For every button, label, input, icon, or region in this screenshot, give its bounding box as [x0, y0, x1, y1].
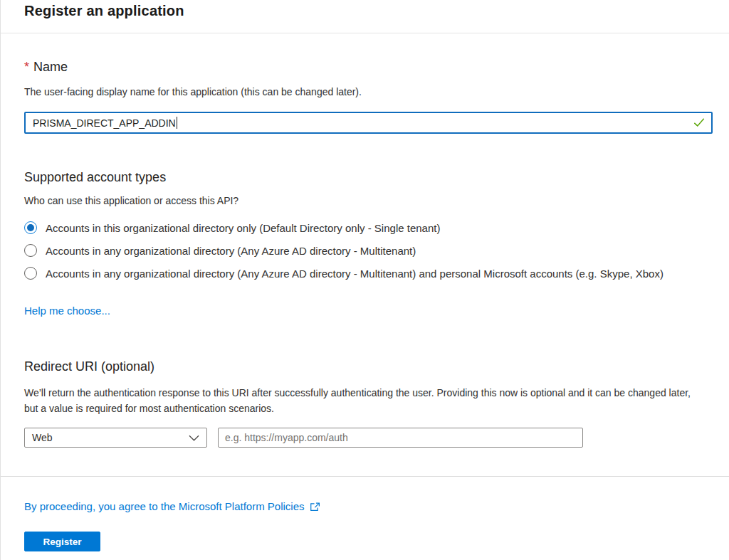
name-description: The user-facing display name for this ap… [24, 86, 362, 97]
page-title: Register an application [24, 3, 184, 19]
required-asterisk: * [24, 60, 29, 74]
help-me-choose-link[interactable]: Help me choose... [24, 305, 110, 317]
radio-circle-icon [24, 267, 37, 280]
chevron-down-icon [189, 435, 199, 441]
policy-line: By proceeding, you agree to the Microsof… [24, 500, 320, 512]
radio-multitenant[interactable]: Accounts in any organizational directory… [24, 244, 416, 257]
redirect-uri-heading: Redirect URI (optional) [24, 359, 154, 374]
blade-header: Register an application [1, 0, 729, 33]
radio-multitenant-personal[interactable]: Accounts in any organizational directory… [24, 267, 664, 280]
radio-single-tenant[interactable]: Accounts in this organizational director… [24, 221, 440, 234]
platform-select-value: Web [32, 432, 53, 443]
redirect-uri-description: We’ll return the authentication response… [24, 385, 702, 416]
platform-select[interactable]: Web [24, 428, 207, 448]
register-button[interactable]: Register [24, 532, 100, 551]
radio-label: Accounts in any organizational directory… [46, 245, 416, 257]
external-link-icon [310, 502, 320, 512]
name-label-text: Name [33, 60, 68, 74]
radio-circle-icon [24, 244, 37, 257]
radio-circle-icon [24, 221, 37, 234]
platform-policies-link[interactable]: By proceeding, you agree to the Microsof… [24, 500, 305, 512]
application-name-input[interactable]: PRISMA_DIRECT_APP_ADDIN [24, 112, 713, 134]
radio-label: Accounts in this organizational director… [46, 222, 440, 234]
valid-check-icon [693, 117, 705, 127]
radio-label: Accounts in any organizational directory… [46, 268, 664, 280]
account-types-heading: Supported account types [24, 170, 166, 185]
text-cursor [177, 117, 177, 129]
redirect-uri-input[interactable] [218, 428, 583, 448]
register-application-blade: Register an application *Name The user-f… [0, 0, 729, 560]
name-section-label: *Name [24, 60, 68, 75]
application-name-value: PRISMA_DIRECT_APP_ADDIN [33, 117, 176, 129]
account-types-question: Who can use this application or access t… [24, 195, 238, 206]
footer-divider [1, 476, 729, 477]
